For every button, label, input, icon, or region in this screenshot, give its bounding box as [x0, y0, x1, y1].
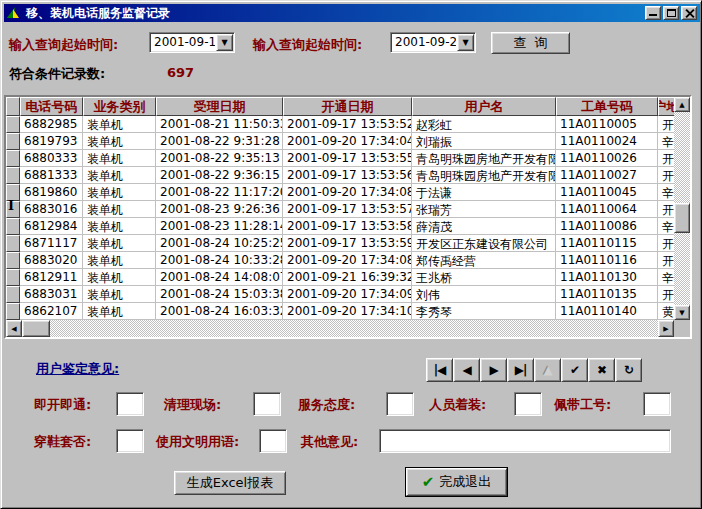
table-cell[interactable]: 辛家 [658, 184, 674, 201]
table-cell[interactable]: 6880333 [20, 150, 83, 167]
table-cell[interactable]: 2001-09-17 13:53:56 [283, 167, 412, 184]
minimize-button[interactable] [645, 6, 661, 20]
column-header[interactable]: 用户名 [412, 97, 556, 116]
row-selector[interactable] [6, 218, 20, 235]
column-header[interactable]: 业务类别 [83, 97, 156, 116]
table-cell[interactable]: 郑传禹经营 [412, 252, 556, 269]
table-cell[interactable]: 6812984 [20, 218, 83, 235]
row-selector[interactable] [6, 167, 20, 184]
column-header[interactable]: 开通日期 [283, 97, 412, 116]
table-cell[interactable]: 2001-09-17 13:53:57 [283, 201, 412, 218]
table-cell[interactable]: 装单机 [83, 201, 156, 218]
table-cell[interactable]: 2001-09-20 17:34:04 [283, 133, 412, 150]
table-cell[interactable]: 2001-08-24 10:25:25 [156, 235, 283, 252]
end-date-dropdown-button[interactable]: ▼ [457, 34, 474, 51]
end-date-combobox[interactable]: 2001-09-23 ▼ [390, 32, 476, 53]
table-row[interactable]: 6883016装单机2001-08-23 9:26:362001-09-17 1… [6, 201, 674, 218]
table-cell[interactable]: 薛清茂 [412, 218, 556, 235]
table-row[interactable]: 6871117装单机2001-08-24 10:25:252001-09-17 … [6, 235, 674, 252]
row-selector[interactable] [6, 116, 20, 133]
start-date-dropdown-button[interactable]: ▼ [216, 34, 233, 51]
table-row[interactable]: 6883031装单机2001-08-24 15:03:382001-09-20 … [6, 286, 674, 303]
table-cell[interactable]: 6881333 [20, 167, 83, 184]
title-bar[interactable]: 移、装机电话服务监督记录 [4, 4, 700, 22]
table-row[interactable]: 6812984装单机2001-08-23 11:28:142001-09-17 … [6, 218, 674, 235]
table-cell[interactable]: 王兆桥 [412, 269, 556, 286]
scroll-up-button[interactable]: ▲ [674, 97, 690, 112]
other-opinion-field[interactable] [379, 429, 671, 453]
table-cell[interactable]: 装单机 [83, 133, 156, 150]
table-cell[interactable]: 装单机 [83, 150, 156, 167]
row-selector[interactable] [6, 269, 20, 286]
table-cell[interactable]: 2001-08-24 14:08:07 [156, 269, 283, 286]
table-cell[interactable]: 2001-09-21 16:39:32 [283, 269, 412, 286]
table-cell[interactable]: 装单机 [83, 252, 156, 269]
maximize-button[interactable] [663, 6, 679, 20]
table-cell[interactable]: 2001-08-23 9:26:36 [156, 201, 283, 218]
table-cell[interactable]: 2001-09-20 17:34:08 [283, 252, 412, 269]
vertical-scroll-thumb[interactable] [674, 203, 690, 233]
table-cell[interactable]: 装单机 [83, 303, 156, 320]
table-cell[interactable]: 装单机 [83, 184, 156, 201]
table-cell[interactable]: 6883020 [20, 252, 83, 269]
row-selector[interactable] [6, 303, 20, 320]
table-cell[interactable]: 2001-08-22 11:17:20 [156, 184, 283, 201]
shoe-cover-field[interactable] [116, 429, 144, 453]
row-selector[interactable] [6, 235, 20, 252]
nav-prior-button[interactable]: ◀ [453, 358, 480, 382]
table-cell[interactable]: 辛家 [658, 133, 674, 150]
badge-field[interactable] [643, 392, 671, 416]
table-cell[interactable]: 张瑞芳 [412, 201, 556, 218]
table-cell[interactable]: 开发 [658, 167, 674, 184]
table-cell[interactable]: 2001-08-22 9:36:15 [156, 167, 283, 184]
table-cell[interactable]: 2001-08-23 11:28:14 [156, 218, 283, 235]
vertical-scrollbar[interactable]: ▲ ▼ [674, 97, 690, 320]
table-cell[interactable]: 装单机 [83, 116, 156, 133]
table-cell[interactable]: 装单机 [83, 269, 156, 286]
table-cell[interactable]: 2001-09-17 13:53:59 [283, 235, 412, 252]
table-cell[interactable]: 6871117 [20, 235, 83, 252]
table-cell[interactable]: 开发区正东建设有限公司 [412, 235, 556, 252]
row-selector[interactable] [6, 252, 20, 269]
column-header[interactable]: 户地 [658, 97, 674, 116]
table-row[interactable]: 6812911装单机2001-08-24 14:08:072001-09-21 … [6, 269, 674, 286]
horizontal-scroll-thumb[interactable] [22, 320, 50, 337]
table-cell[interactable]: 11A0110086 [556, 218, 658, 235]
table-cell[interactable]: 开发 [658, 201, 674, 218]
table-cell[interactable]: 装单机 [83, 286, 156, 303]
search-button[interactable]: 查询 [491, 32, 570, 54]
table-cell[interactable]: 装单机 [83, 167, 156, 184]
row-selector[interactable] [6, 286, 20, 303]
table-cell[interactable]: 6883031 [20, 286, 83, 303]
nav-last-button[interactable]: ▶| [507, 358, 534, 382]
table-cell[interactable]: 2001-08-22 9:35:13 [156, 150, 283, 167]
horizontal-scrollbar[interactable]: ◀ ▶ [6, 320, 674, 337]
nav-post-button[interactable]: ✔ [561, 358, 588, 382]
table-row[interactable]: 6882985装单机2001-08-21 11:50:332001-09-17 … [6, 116, 674, 133]
scroll-left-button[interactable]: ◀ [6, 320, 22, 337]
table-cell[interactable]: 2001-09-20 17:34:10 [283, 303, 412, 320]
service-attitude-field[interactable] [386, 392, 414, 416]
table-cell[interactable]: 2001-09-17 13:53:52 [283, 116, 412, 133]
table-cell[interactable]: 11A0110115 [556, 235, 658, 252]
generate-excel-button[interactable]: 生成Excel报表 [174, 471, 286, 495]
table-cell[interactable]: 11A0110135 [556, 286, 658, 303]
table-cell[interactable]: 装单机 [83, 235, 156, 252]
table-cell[interactable]: 11A0110140 [556, 303, 658, 320]
table-cell[interactable]: 开发 [658, 150, 674, 167]
table-cell[interactable]: 11A0110026 [556, 150, 658, 167]
start-date-combobox[interactable]: 2001-09-16 ▼ [149, 32, 235, 53]
table-cell[interactable]: 6862107 [20, 303, 83, 320]
table-cell[interactable]: 刘瑞振 [412, 133, 556, 150]
table-cell[interactable]: 辛家 [658, 218, 674, 235]
close-button[interactable] [681, 6, 697, 20]
table-row[interactable]: 6880333装单机2001-08-22 9:35:132001-09-17 1… [6, 150, 674, 167]
table-cell[interactable]: 11A0110130 [556, 269, 658, 286]
nav-next-button[interactable]: ▶ [480, 358, 507, 382]
table-cell[interactable]: 6882985 [20, 116, 83, 133]
table-cell[interactable]: 2001-09-20 17:34:09 [283, 286, 412, 303]
table-cell[interactable]: 于法谦 [412, 184, 556, 201]
table-cell[interactable]: 开发 [658, 286, 674, 303]
table-cell[interactable]: 2001-08-24 10:33:28 [156, 252, 283, 269]
clean-site-field[interactable] [253, 392, 281, 416]
